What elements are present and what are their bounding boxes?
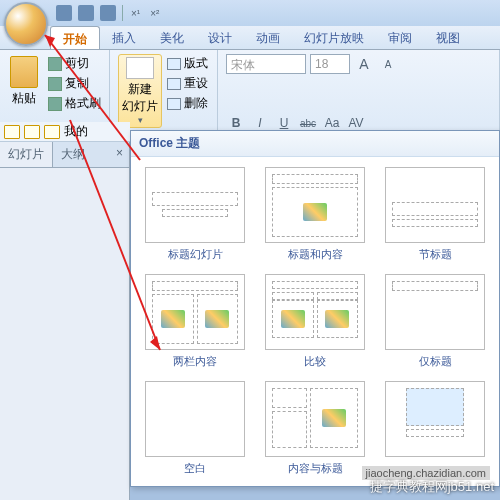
office-button[interactable] bbox=[4, 2, 48, 46]
layout-option-two-content[interactable]: 两栏内容 bbox=[137, 270, 253, 373]
mydoc-label: 我的 bbox=[64, 123, 88, 140]
gallery-header: Office 主题 bbox=[131, 131, 499, 157]
back-icon[interactable] bbox=[4, 125, 20, 139]
layout-option-title-content[interactable]: 标题和内容 bbox=[257, 163, 373, 266]
folder-icon[interactable] bbox=[24, 125, 40, 139]
quick-access-toolbar: ×¹ ×² bbox=[0, 0, 500, 26]
brush-icon bbox=[48, 97, 62, 111]
save-icon[interactable] bbox=[56, 5, 72, 21]
reset-icon bbox=[167, 78, 181, 90]
tab-slideshow[interactable]: 幻灯片放映 bbox=[292, 26, 376, 49]
undo-icon[interactable] bbox=[78, 5, 94, 21]
tab-beautify[interactable]: 美化 bbox=[148, 26, 196, 49]
font-family-select[interactable]: 宋体 bbox=[226, 54, 306, 74]
window-marker-1: ×¹ bbox=[129, 8, 142, 19]
layout-option-picture-caption[interactable] bbox=[377, 377, 493, 480]
tab-animation[interactable]: 动画 bbox=[244, 26, 292, 49]
paste-icon bbox=[10, 56, 38, 88]
new-slide-icon bbox=[126, 57, 154, 79]
cut-button[interactable]: 剪切 bbox=[46, 54, 103, 73]
cut-icon bbox=[48, 57, 62, 71]
layout-option-title-only[interactable]: 仅标题 bbox=[377, 270, 493, 373]
layout-icon bbox=[167, 58, 181, 70]
layout-option-title-slide[interactable]: 标题幻灯片 bbox=[137, 163, 253, 266]
delete-icon bbox=[167, 98, 181, 110]
tab-insert[interactable]: 插入 bbox=[100, 26, 148, 49]
format-painter-button[interactable]: 格式刷 bbox=[46, 94, 103, 113]
panel-tab-outline[interactable]: 大纲 bbox=[53, 142, 93, 167]
font-size-select[interactable]: 18 bbox=[310, 54, 350, 74]
watermark-text: 捷字典教程网jb51.net bbox=[370, 478, 494, 496]
nav-toolbar: 我的 bbox=[0, 122, 130, 142]
panel-tab-slides[interactable]: 幻灯片 bbox=[0, 142, 53, 167]
group-font: 宋体 18 A A B I U abc Aa AV bbox=[218, 50, 500, 141]
home-icon[interactable] bbox=[44, 125, 60, 139]
copy-icon bbox=[48, 77, 62, 91]
layout-button[interactable]: 版式 bbox=[166, 54, 209, 73]
tab-view[interactable]: 视图 bbox=[424, 26, 472, 49]
reset-button[interactable]: 重设 bbox=[166, 74, 209, 93]
window-marker-2: ×² bbox=[148, 8, 161, 19]
tab-review[interactable]: 审阅 bbox=[376, 26, 424, 49]
grow-font-button[interactable]: A bbox=[354, 54, 374, 74]
panel-close-button[interactable]: × bbox=[110, 142, 129, 167]
slide-panel: 幻灯片 大纲 × bbox=[0, 142, 130, 500]
copy-button[interactable]: 复制 bbox=[46, 74, 103, 93]
delete-button[interactable]: 删除 bbox=[166, 94, 209, 113]
layout-option-content-caption[interactable]: 内容与标题 bbox=[257, 377, 373, 480]
shrink-font-button[interactable]: A bbox=[378, 54, 398, 74]
redo-icon[interactable] bbox=[100, 5, 116, 21]
layout-option-blank[interactable]: 空白 bbox=[137, 377, 253, 480]
tab-home[interactable]: 开始 bbox=[50, 26, 100, 49]
separator bbox=[122, 5, 123, 21]
layout-option-comparison[interactable]: 比较 bbox=[257, 270, 373, 373]
layout-option-section-header[interactable]: 节标题 bbox=[377, 163, 493, 266]
layout-gallery: Office 主题 标题幻灯片 标题和内容 节标题 两栏内容 比较 仅标题 空白 bbox=[130, 130, 500, 487]
paste-label: 粘贴 bbox=[10, 90, 38, 107]
ribbon-tabs: 开始 插入 美化 设计 动画 幻灯片放映 审阅 视图 bbox=[0, 26, 500, 50]
paste-button[interactable]: 粘贴 bbox=[6, 52, 42, 113]
new-slide-button[interactable]: 新建 幻灯片 ▾ bbox=[118, 54, 162, 128]
tab-design[interactable]: 设计 bbox=[196, 26, 244, 49]
